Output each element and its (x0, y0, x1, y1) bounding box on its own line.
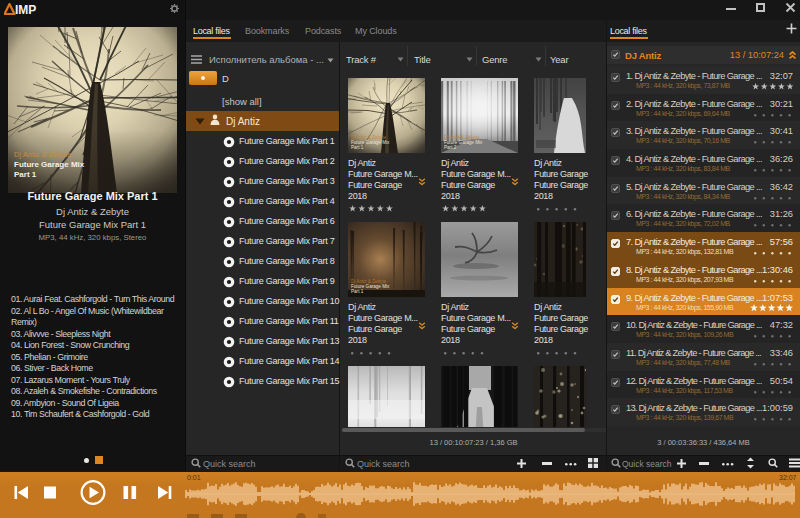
svg-text:IMP: IMP (15, 3, 36, 16)
svg-text:Part 1: Part 1 (351, 289, 364, 294)
svg-text:Part 1: Part 1 (351, 145, 364, 150)
svg-text:Part 2: Part 2 (444, 145, 457, 150)
